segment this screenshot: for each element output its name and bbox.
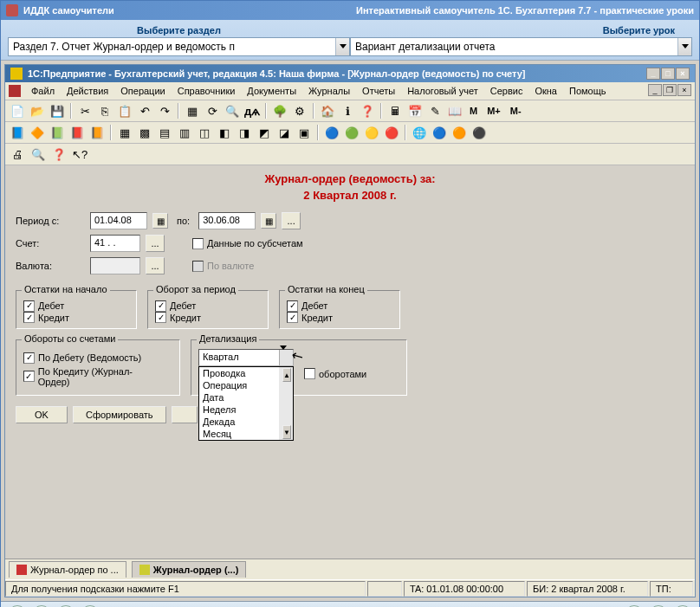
currency-select-button[interactable]: ... — [146, 257, 165, 274]
end-credit-checkbox[interactable]: Кредит — [287, 312, 333, 323]
tree-icon[interactable]: 🌳 — [271, 102, 288, 119]
lesson-combo[interactable]: Вариант детализации отчета — [350, 37, 692, 56]
debit-ledger-checkbox[interactable]: По Дебету (Ведомость) — [23, 352, 141, 364]
ellipsis-button[interactable]: ... — [282, 212, 301, 229]
with-turnover-checkbox[interactable]: оборотами — [304, 368, 366, 379]
date-from-input[interactable]: 01.04.08 — [90, 212, 147, 229]
calendar-icon[interactable]: ▦ — [261, 213, 276, 229]
section-combo[interactable]: Раздел 7. Отчет Журнал-ордер и ведомость… — [8, 37, 350, 56]
menu-journals[interactable]: Журналы — [303, 84, 355, 98]
period-credit-checkbox[interactable]: Кредит — [155, 312, 201, 323]
tb-icon-23[interactable]: ⚫ — [470, 124, 488, 141]
child-minimize-button[interactable]: _ — [648, 84, 662, 96]
m-button[interactable]: М — [466, 102, 481, 119]
start-debit-checkbox[interactable]: Дебет — [23, 300, 64, 312]
cut-icon[interactable]: ✂ — [76, 102, 94, 119]
tb-icon-8[interactable]: ▤ — [156, 124, 173, 141]
pointer-icon[interactable]: ↖? — [71, 145, 88, 163]
tb-icon-2[interactable]: 🔶 — [29, 124, 46, 141]
tb-icon-3[interactable]: 📗 — [49, 124, 66, 141]
tb-icon-15[interactable]: ▣ — [295, 124, 313, 141]
tb-icon-13[interactable]: ◩ — [256, 124, 273, 141]
tb-icon-6[interactable]: ▦ — [116, 124, 133, 141]
menu-operations[interactable]: Операции — [115, 84, 170, 98]
binoculars-icon[interactable]: дѧ — [243, 102, 261, 119]
calendar-icon[interactable]: ▦ — [152, 213, 168, 229]
tb-icon-11[interactable]: ◧ — [216, 124, 233, 141]
undo-icon[interactable]: ↶ — [136, 102, 153, 119]
tb-icon-18[interactable]: 🟡 — [363, 124, 380, 141]
menu-service[interactable]: Сервис — [485, 84, 528, 98]
save-icon[interactable]: 💾 — [49, 102, 66, 119]
end-debit-checkbox[interactable]: Дебет — [287, 300, 327, 312]
hidden-button[interactable] — [172, 406, 198, 423]
tb-icon-12[interactable]: ◨ — [236, 124, 253, 141]
print-icon[interactable]: 🖨 — [9, 145, 26, 163]
info-icon[interactable]: ℹ — [339, 102, 356, 119]
menu-file[interactable]: Файл — [26, 84, 60, 98]
form-button[interactable]: Сформировать — [73, 406, 166, 423]
credit-journal-checkbox[interactable]: По Кредиту (Журнал-Ордер) — [23, 366, 162, 387]
minimize-button[interactable]: _ — [646, 68, 660, 80]
m-minus-button[interactable]: М- — [507, 102, 525, 119]
tb-icon-1[interactable]: 📘 — [9, 124, 26, 141]
tb-icon-10[interactable]: ◫ — [196, 124, 213, 141]
refresh-icon[interactable]: ⟳ — [204, 102, 221, 119]
chevron-down-icon[interactable] — [677, 38, 691, 55]
close-button[interactable]: × — [676, 68, 690, 80]
subaccounts-checkbox[interactable]: Данные по субсчетам — [192, 238, 303, 249]
tb-icon-16[interactable]: 🔵 — [323, 124, 340, 141]
house-icon[interactable]: 🏠 — [319, 102, 336, 119]
dropdown-scrollbar[interactable]: ▲ ▼ — [279, 367, 293, 440]
grid-icon[interactable]: ▦ — [184, 102, 201, 119]
book-icon[interactable]: 📖 — [446, 102, 463, 119]
open-icon[interactable]: 📂 — [29, 102, 46, 119]
tab-journal-1[interactable]: Журнал-ордер по ... — [9, 561, 126, 578]
period-debit-checkbox[interactable]: Дебет — [155, 300, 196, 312]
maximize-button[interactable]: □ — [661, 68, 675, 80]
child-close-button[interactable]: × — [677, 84, 691, 96]
tab-journal-2[interactable]: Журнал-ордер (...) — [132, 561, 247, 578]
copy-icon[interactable]: ⎘ — [96, 102, 113, 119]
detail-combobox[interactable]: Квартал — [198, 349, 294, 366]
tb-icon-20[interactable]: 🌐 — [411, 124, 428, 141]
help2-icon[interactable]: ❓ — [50, 145, 68, 163]
pen-icon[interactable]: ✎ — [426, 102, 444, 119]
account-select-button[interactable]: ... — [146, 235, 165, 252]
tb-icon-4[interactable]: 📕 — [68, 124, 86, 141]
menu-reports[interactable]: Отчеты — [357, 84, 400, 98]
paste-icon[interactable]: 📋 — [116, 102, 133, 119]
tb-icon-21[interactable]: 🔵 — [431, 124, 448, 141]
m-plus-button[interactable]: М+ — [483, 102, 504, 119]
tb-icon-9[interactable]: ▥ — [176, 124, 193, 141]
menu-actions[interactable]: Действия — [62, 84, 113, 98]
redo-icon[interactable]: ↷ — [156, 102, 173, 119]
account-input[interactable]: 41 . . — [90, 235, 140, 252]
preview-icon[interactable]: 🔍 — [29, 145, 47, 163]
scroll-down-icon[interactable]: ▼ — [282, 425, 291, 439]
new-icon[interactable]: 📄 — [9, 102, 26, 119]
ok-button[interactable]: OK — [16, 406, 68, 423]
chevron-down-icon[interactable] — [279, 350, 293, 365]
child-restore-button[interactable]: ❐ — [663, 84, 677, 96]
tb-icon-5[interactable]: 📙 — [88, 124, 106, 141]
date-to-input[interactable]: 30.06.08 — [198, 212, 256, 229]
menu-directories[interactable]: Справочники — [172, 84, 241, 98]
tb-icon-14[interactable]: ◪ — [275, 124, 293, 141]
props-icon[interactable]: ⚙ — [291, 102, 308, 119]
chevron-down-icon[interactable] — [335, 38, 349, 55]
find-icon[interactable]: 🔍 — [224, 102, 241, 119]
menu-help[interactable]: Помощь — [564, 84, 612, 98]
calendar-icon[interactable]: 📅 — [406, 102, 424, 119]
tb-icon-17[interactable]: 🟢 — [343, 124, 360, 141]
tb-icon-22[interactable]: 🟠 — [450, 124, 468, 141]
help-icon[interactable]: ❓ — [359, 102, 376, 119]
menu-windows[interactable]: Окна — [529, 84, 562, 98]
calc-icon[interactable]: 🖩 — [386, 102, 404, 119]
start-credit-checkbox[interactable]: Кредит — [23, 312, 69, 323]
menu-tax[interactable]: Налоговый учет — [402, 84, 483, 98]
menu-documents[interactable]: Документы — [242, 84, 301, 98]
tb-icon-19[interactable]: 🔴 — [383, 124, 400, 141]
scroll-up-icon[interactable]: ▲ — [282, 368, 291, 382]
tb-icon-7[interactable]: ▩ — [136, 124, 153, 141]
